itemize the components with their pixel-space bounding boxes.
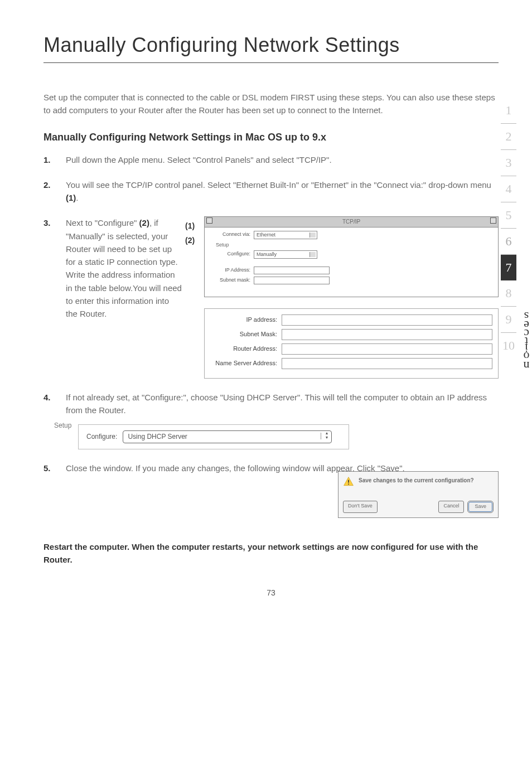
step-2-text: You will see the TCP/IP control panel. S… bbox=[66, 178, 499, 205]
ip-address-input[interactable] bbox=[254, 267, 330, 274]
window-zoom-box[interactable] bbox=[490, 217, 496, 224]
svg-rect-0 bbox=[348, 480, 349, 483]
addr-ns-label: Name Server Address: bbox=[210, 359, 282, 368]
callout-column: (1) (2) bbox=[185, 216, 201, 378]
step-5: Close the window. If you made any change… bbox=[43, 462, 499, 518]
save-button[interactable]: Save bbox=[467, 501, 494, 513]
step-1-text: Pull down the Apple menu. Select "Contro… bbox=[66, 153, 499, 166]
setup-configure-label: Configure: bbox=[86, 432, 117, 442]
step-3-text-c: , if "Manually" is selected, your Router… bbox=[66, 218, 182, 318]
section-subhead: Manually Configuring Network Settings in… bbox=[43, 132, 499, 143]
setup-fieldset: Setup Configure: Using DHCP Server bbox=[78, 424, 349, 449]
save-dialog: Save changes to the current configuratio… bbox=[338, 471, 499, 518]
setup-legend: Setup bbox=[52, 420, 74, 431]
page-title: Manually Configuring Network Settings bbox=[43, 33, 499, 57]
side-tab-9: 9 bbox=[501, 307, 516, 333]
connect-via-label: Connect via: bbox=[210, 231, 254, 239]
save-dialog-message: Save changes to the current configuratio… bbox=[359, 476, 474, 487]
closing-note: Restart the computer. When the computer … bbox=[43, 540, 499, 567]
side-tab-7-active: 7 bbox=[501, 255, 516, 280]
addr-ip-field[interactable] bbox=[282, 314, 492, 326]
warning-icon bbox=[343, 476, 354, 487]
address-table: IP address: Subnet Mask: Router Address: bbox=[204, 308, 499, 379]
step-4: If not already set, at "Configure:", cho… bbox=[43, 391, 499, 449]
cancel-button[interactable]: Cancel bbox=[438, 501, 464, 513]
side-tab-5: 5 bbox=[501, 202, 516, 229]
ip-address-label: IP Address: bbox=[210, 267, 254, 274]
side-tab-2: 2 bbox=[501, 124, 516, 150]
addr-router-label: Router Address: bbox=[210, 344, 282, 354]
side-tab-4: 4 bbox=[501, 176, 516, 202]
step-2: You will see the TCP/IP control panel. S… bbox=[43, 178, 499, 205]
side-tab-1: 1 bbox=[501, 98, 516, 124]
title-rule bbox=[43, 62, 499, 63]
step-3: Next to "Configure" (2), if "Manually" i… bbox=[43, 216, 499, 378]
section-vertical-label: section bbox=[519, 312, 532, 370]
step-3-text-a: Next to "Configure" bbox=[66, 218, 139, 227]
tcpip-window: TCP/IP Connect via: Ethernet Setup bbox=[204, 216, 499, 297]
connect-via-select[interactable]: Ethernet bbox=[254, 231, 317, 239]
step-4-text: If not already set, at "Configure:", cho… bbox=[66, 391, 499, 417]
setup-group-label: Setup bbox=[216, 241, 492, 249]
step-1: Pull down the Apple menu. Select "Contro… bbox=[43, 153, 499, 166]
addr-subnet-label: Subnet Mask: bbox=[210, 330, 282, 339]
addr-ns-field[interactable] bbox=[282, 358, 492, 369]
setup-configure-value: Using DHCP Server bbox=[128, 433, 187, 440]
tcpip-title-text: TCP/IP bbox=[342, 219, 360, 225]
setup-configure-select[interactable]: Using DHCP Server bbox=[123, 430, 332, 443]
step-2-callout: (1) bbox=[66, 193, 76, 202]
tcpip-titlebar: TCP/IP bbox=[205, 217, 498, 227]
page-number: 73 bbox=[43, 588, 499, 597]
side-tab-8: 8 bbox=[501, 280, 516, 307]
addr-subnet-field[interactable] bbox=[282, 329, 492, 340]
step-3-callout: (2) bbox=[139, 218, 149, 227]
window-close-box[interactable] bbox=[206, 217, 212, 224]
callout-2: (2) bbox=[185, 233, 201, 248]
subnet-mask-label: Subnet mask: bbox=[210, 277, 254, 284]
intro-paragraph: Set up the computer that is connected to… bbox=[43, 91, 499, 117]
step-3-text: Next to "Configure" (2), if "Manually" i… bbox=[66, 216, 182, 378]
side-tab-10: 10 bbox=[501, 333, 516, 359]
side-tab-3: 3 bbox=[501, 150, 516, 176]
dont-save-button[interactable]: Don't Save bbox=[343, 501, 378, 513]
addr-ip-label: IP address: bbox=[210, 315, 282, 325]
step-2-text-c: . bbox=[76, 193, 78, 202]
side-tabs: 1 2 3 4 5 6 7 8 9 10 bbox=[500, 98, 518, 359]
step-2-text-a: You will see the TCP/IP control panel. S… bbox=[66, 180, 491, 190]
configure-select[interactable]: Manually bbox=[254, 250, 317, 259]
configure-label: Configure: bbox=[210, 250, 254, 258]
save-button-label: Save bbox=[468, 502, 492, 512]
svg-rect-1 bbox=[348, 483, 349, 485]
subnet-mask-input[interactable] bbox=[254, 277, 330, 284]
side-tab-6: 6 bbox=[501, 229, 516, 255]
addr-router-field[interactable] bbox=[282, 343, 492, 355]
callout-1: (1) bbox=[185, 219, 201, 233]
